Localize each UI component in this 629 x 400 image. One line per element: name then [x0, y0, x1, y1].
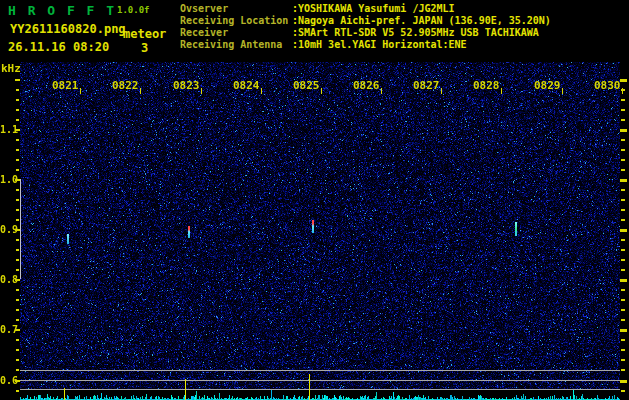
freq-tick-right	[620, 129, 627, 132]
freq-tick-right	[620, 329, 627, 332]
freq-tick-left	[16, 189, 19, 191]
minute-tick	[201, 88, 202, 94]
freq-axis-label: 1.1	[0, 124, 15, 135]
freq-axis-label: 1.0	[0, 174, 15, 185]
freq-tick-left	[16, 239, 19, 241]
freq-tick-left	[16, 299, 19, 301]
time-axis-label: 0826	[353, 79, 379, 92]
freq-tick-left	[16, 249, 19, 251]
freq-tick-right	[620, 380, 627, 383]
freq-tick-left	[16, 89, 19, 91]
freq-tick-left	[16, 149, 19, 151]
freq-tick-right	[620, 79, 627, 82]
freq-tick-left	[16, 289, 19, 291]
time-axis-label: 0827	[413, 79, 439, 92]
time-axis-label: 0822	[112, 79, 138, 92]
minute-tick	[261, 88, 262, 94]
time-axis-label: 0821	[52, 79, 78, 92]
hrofft-window: H R O F F T 1.0.0f YY2611160820.png mete…	[0, 0, 629, 400]
freq-tick-right	[621, 239, 625, 241]
freq-tick-left	[16, 159, 19, 161]
freq-tick-right	[621, 249, 625, 251]
minute-tick	[441, 88, 442, 94]
freq-tick-right	[620, 179, 627, 182]
freq-tick-right	[621, 369, 625, 371]
freq-tick-left	[15, 79, 20, 81]
time-axis-label: 0824	[233, 79, 259, 92]
freq-axis-label: 0.7	[0, 324, 15, 335]
freq-tick-right	[621, 269, 625, 271]
freq-tick-left	[16, 309, 19, 311]
freq-tick-left	[16, 99, 19, 101]
freq-tick-left	[16, 349, 19, 351]
freq-tick-right	[621, 349, 625, 351]
freq-tick-right	[621, 109, 625, 111]
freq-tick-left	[16, 390, 19, 392]
freq-tick-right	[621, 169, 625, 171]
freq-tick-left	[16, 269, 19, 271]
minute-tick	[622, 88, 623, 94]
freq-tick-right	[620, 229, 627, 232]
freq-tick-right	[621, 149, 625, 151]
minute-tick	[562, 88, 563, 94]
freq-tick-left	[16, 339, 19, 341]
freq-tick-left	[16, 219, 19, 221]
minute-tick	[381, 88, 382, 94]
freq-tick-right	[621, 199, 625, 201]
time-axis-label: 0823	[173, 79, 199, 92]
freq-tick-right	[621, 259, 625, 261]
freq-tick-right	[621, 390, 625, 392]
freq-axis-label: 0.9	[0, 224, 15, 235]
freq-tick-right	[621, 209, 625, 211]
freq-tick-right	[621, 219, 625, 221]
freq-tick-left	[16, 169, 19, 171]
freq-tick-left	[16, 319, 19, 321]
freq-axis-label: 0.6	[0, 375, 15, 386]
minute-tick	[140, 88, 141, 94]
freq-tick-left	[16, 209, 19, 211]
freq-tick-right	[621, 309, 625, 311]
freq-tick-right	[621, 139, 625, 141]
time-axis-label: 0830	[594, 79, 620, 92]
freq-tick-left	[16, 109, 19, 111]
time-axis-label: 0829	[534, 79, 560, 92]
freq-tick-right	[621, 299, 625, 301]
freq-tick-right	[621, 319, 625, 321]
time-axis-label: 0825	[293, 79, 319, 92]
freq-tick-left	[16, 369, 19, 371]
freq-tick-left	[16, 119, 19, 121]
freq-tick-right	[621, 289, 625, 291]
freq-axis-label: 0.8	[0, 274, 15, 285]
freq-tick-left	[16, 139, 19, 141]
freq-tick-right	[621, 189, 625, 191]
minute-tick	[321, 88, 322, 94]
freq-tick-left	[16, 359, 19, 361]
minute-tick	[501, 88, 502, 94]
time-axis-label: 0828	[473, 79, 499, 92]
freq-tick-left	[16, 199, 19, 201]
freq-tick-right	[621, 339, 625, 341]
freq-tick-right	[621, 119, 625, 121]
minute-tick	[80, 88, 81, 94]
freq-tick-right	[621, 359, 625, 361]
freq-tick-right	[620, 279, 627, 282]
freq-tick-right	[621, 159, 625, 161]
freq-tick-right	[621, 99, 625, 101]
freq-tick-left	[16, 259, 19, 261]
axes-layer: 0.60.70.80.91.01.10821082208230824082508…	[0, 0, 629, 400]
